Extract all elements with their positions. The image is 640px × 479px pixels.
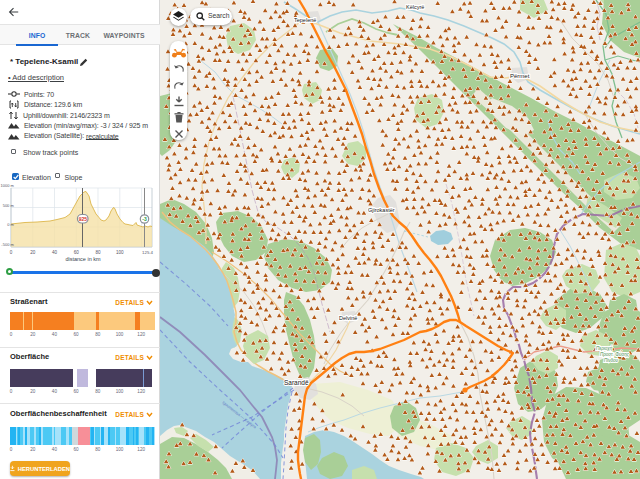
svg-text:80: 80 [95,250,101,255]
svg-text:Tepelenë: Tepelenë [294,17,316,23]
svg-text:0 m: 0 m [7,222,14,227]
svg-text:Sarandë: Sarandë [284,379,309,386]
svg-text:1000 m: 1000 m [0,184,14,188]
svg-text:500 m: 500 m [3,203,15,208]
svg-text:Πίνδου: Πίνδου [604,358,619,363]
svg-text:100: 100 [116,250,124,255]
svg-text:Përmet: Përmet [510,73,530,79]
svg-text:125.4: 125.4 [142,250,154,255]
svg-text:Προστ. Φύσης: Προστ. Φύσης [600,351,630,357]
svg-text:60: 60 [74,250,80,255]
svg-text:Gjirokastër: Gjirokastër [368,207,395,213]
svg-text:distance in km: distance in km [65,256,101,262]
svg-text:40: 40 [52,250,58,255]
svg-text:Delvinë: Delvinë [339,315,357,321]
svg-text:-3: -3 [142,216,147,222]
svg-text:Περιοχή: Περιοχή [596,345,613,351]
svg-text:-500 m: -500 m [1,242,14,247]
svg-text:925: 925 [79,216,88,222]
svg-text:20: 20 [30,250,36,255]
svg-text:Këlcyrë: Këlcyrë [406,4,424,10]
svg-text:0: 0 [10,250,13,255]
